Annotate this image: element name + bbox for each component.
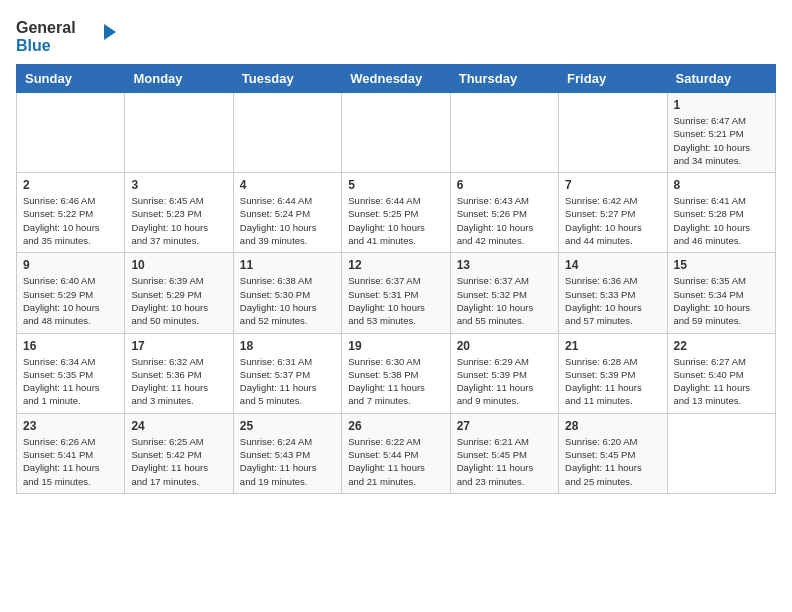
calendar-cell: 20Sunrise: 6:29 AM Sunset: 5:39 PM Dayli… [450, 333, 558, 413]
calendar-cell: 1Sunrise: 6:47 AM Sunset: 5:21 PM Daylig… [667, 93, 775, 173]
calendar-cell [17, 93, 125, 173]
day-number: 18 [240, 339, 335, 353]
day-number: 7 [565, 178, 660, 192]
day-number: 12 [348, 258, 443, 272]
day-number: 25 [240, 419, 335, 433]
day-number: 2 [23, 178, 118, 192]
calendar-cell: 7Sunrise: 6:42 AM Sunset: 5:27 PM Daylig… [559, 173, 667, 253]
day-number: 20 [457, 339, 552, 353]
logo-text: GeneralBlue [16, 16, 136, 56]
calendar-cell: 22Sunrise: 6:27 AM Sunset: 5:40 PM Dayli… [667, 333, 775, 413]
day-number: 8 [674, 178, 769, 192]
week-row-4: 16Sunrise: 6:34 AM Sunset: 5:35 PM Dayli… [17, 333, 776, 413]
day-number: 17 [131, 339, 226, 353]
calendar-cell [667, 413, 775, 493]
day-number: 24 [131, 419, 226, 433]
day-number: 28 [565, 419, 660, 433]
day-info: Sunrise: 6:36 AM Sunset: 5:33 PM Dayligh… [565, 274, 660, 327]
column-header-thursday: Thursday [450, 65, 558, 93]
calendar-cell [450, 93, 558, 173]
week-row-3: 9Sunrise: 6:40 AM Sunset: 5:29 PM Daylig… [17, 253, 776, 333]
column-header-tuesday: Tuesday [233, 65, 341, 93]
day-info: Sunrise: 6:40 AM Sunset: 5:29 PM Dayligh… [23, 274, 118, 327]
calendar-cell: 4Sunrise: 6:44 AM Sunset: 5:24 PM Daylig… [233, 173, 341, 253]
column-header-saturday: Saturday [667, 65, 775, 93]
day-number: 6 [457, 178, 552, 192]
week-row-1: 1Sunrise: 6:47 AM Sunset: 5:21 PM Daylig… [17, 93, 776, 173]
day-number: 1 [674, 98, 769, 112]
calendar-cell: 14Sunrise: 6:36 AM Sunset: 5:33 PM Dayli… [559, 253, 667, 333]
calendar-cell: 26Sunrise: 6:22 AM Sunset: 5:44 PM Dayli… [342, 413, 450, 493]
day-info: Sunrise: 6:32 AM Sunset: 5:36 PM Dayligh… [131, 355, 226, 408]
calendar-cell: 27Sunrise: 6:21 AM Sunset: 5:45 PM Dayli… [450, 413, 558, 493]
day-number: 19 [348, 339, 443, 353]
day-info: Sunrise: 6:38 AM Sunset: 5:30 PM Dayligh… [240, 274, 335, 327]
day-info: Sunrise: 6:44 AM Sunset: 5:25 PM Dayligh… [348, 194, 443, 247]
calendar-cell: 25Sunrise: 6:24 AM Sunset: 5:43 PM Dayli… [233, 413, 341, 493]
day-number: 14 [565, 258, 660, 272]
day-number: 10 [131, 258, 226, 272]
day-info: Sunrise: 6:43 AM Sunset: 5:26 PM Dayligh… [457, 194, 552, 247]
column-header-monday: Monday [125, 65, 233, 93]
day-info: Sunrise: 6:47 AM Sunset: 5:21 PM Dayligh… [674, 114, 769, 167]
day-info: Sunrise: 6:31 AM Sunset: 5:37 PM Dayligh… [240, 355, 335, 408]
calendar-cell: 11Sunrise: 6:38 AM Sunset: 5:30 PM Dayli… [233, 253, 341, 333]
day-number: 16 [23, 339, 118, 353]
calendar-cell: 19Sunrise: 6:30 AM Sunset: 5:38 PM Dayli… [342, 333, 450, 413]
day-info: Sunrise: 6:42 AM Sunset: 5:27 PM Dayligh… [565, 194, 660, 247]
day-info: Sunrise: 6:25 AM Sunset: 5:42 PM Dayligh… [131, 435, 226, 488]
day-number: 23 [23, 419, 118, 433]
day-info: Sunrise: 6:37 AM Sunset: 5:32 PM Dayligh… [457, 274, 552, 327]
calendar-cell: 28Sunrise: 6:20 AM Sunset: 5:45 PM Dayli… [559, 413, 667, 493]
day-number: 22 [674, 339, 769, 353]
calendar-cell: 24Sunrise: 6:25 AM Sunset: 5:42 PM Dayli… [125, 413, 233, 493]
day-info: Sunrise: 6:22 AM Sunset: 5:44 PM Dayligh… [348, 435, 443, 488]
calendar-cell: 2Sunrise: 6:46 AM Sunset: 5:22 PM Daylig… [17, 173, 125, 253]
day-info: Sunrise: 6:37 AM Sunset: 5:31 PM Dayligh… [348, 274, 443, 327]
logo-svg: GeneralBlue [16, 16, 136, 56]
day-info: Sunrise: 6:27 AM Sunset: 5:40 PM Dayligh… [674, 355, 769, 408]
day-number: 11 [240, 258, 335, 272]
column-header-sunday: Sunday [17, 65, 125, 93]
day-number: 13 [457, 258, 552, 272]
column-header-wednesday: Wednesday [342, 65, 450, 93]
calendar-cell [233, 93, 341, 173]
week-row-2: 2Sunrise: 6:46 AM Sunset: 5:22 PM Daylig… [17, 173, 776, 253]
day-info: Sunrise: 6:26 AM Sunset: 5:41 PM Dayligh… [23, 435, 118, 488]
calendar-cell: 8Sunrise: 6:41 AM Sunset: 5:28 PM Daylig… [667, 173, 775, 253]
day-info: Sunrise: 6:24 AM Sunset: 5:43 PM Dayligh… [240, 435, 335, 488]
calendar-cell [125, 93, 233, 173]
calendar-body: 1Sunrise: 6:47 AM Sunset: 5:21 PM Daylig… [17, 93, 776, 494]
calendar-cell: 16Sunrise: 6:34 AM Sunset: 5:35 PM Dayli… [17, 333, 125, 413]
day-number: 5 [348, 178, 443, 192]
calendar-cell: 12Sunrise: 6:37 AM Sunset: 5:31 PM Dayli… [342, 253, 450, 333]
calendar-cell: 15Sunrise: 6:35 AM Sunset: 5:34 PM Dayli… [667, 253, 775, 333]
svg-text:Blue: Blue [16, 37, 51, 54]
calendar-cell: 23Sunrise: 6:26 AM Sunset: 5:41 PM Dayli… [17, 413, 125, 493]
day-info: Sunrise: 6:28 AM Sunset: 5:39 PM Dayligh… [565, 355, 660, 408]
calendar-cell: 13Sunrise: 6:37 AM Sunset: 5:32 PM Dayli… [450, 253, 558, 333]
day-info: Sunrise: 6:44 AM Sunset: 5:24 PM Dayligh… [240, 194, 335, 247]
svg-text:General: General [16, 19, 76, 36]
day-number: 4 [240, 178, 335, 192]
day-info: Sunrise: 6:34 AM Sunset: 5:35 PM Dayligh… [23, 355, 118, 408]
calendar-header: SundayMondayTuesdayWednesdayThursdayFrid… [17, 65, 776, 93]
calendar-cell [342, 93, 450, 173]
page-header: GeneralBlue [16, 16, 776, 56]
day-number: 21 [565, 339, 660, 353]
calendar-cell: 17Sunrise: 6:32 AM Sunset: 5:36 PM Dayli… [125, 333, 233, 413]
calendar-cell: 3Sunrise: 6:45 AM Sunset: 5:23 PM Daylig… [125, 173, 233, 253]
calendar-cell: 10Sunrise: 6:39 AM Sunset: 5:29 PM Dayli… [125, 253, 233, 333]
week-row-5: 23Sunrise: 6:26 AM Sunset: 5:41 PM Dayli… [17, 413, 776, 493]
calendar-cell: 21Sunrise: 6:28 AM Sunset: 5:39 PM Dayli… [559, 333, 667, 413]
day-number: 15 [674, 258, 769, 272]
day-info: Sunrise: 6:41 AM Sunset: 5:28 PM Dayligh… [674, 194, 769, 247]
day-info: Sunrise: 6:30 AM Sunset: 5:38 PM Dayligh… [348, 355, 443, 408]
calendar-cell: 5Sunrise: 6:44 AM Sunset: 5:25 PM Daylig… [342, 173, 450, 253]
day-number: 27 [457, 419, 552, 433]
calendar-table: SundayMondayTuesdayWednesdayThursdayFrid… [16, 64, 776, 494]
logo: GeneralBlue [16, 16, 136, 56]
day-info: Sunrise: 6:21 AM Sunset: 5:45 PM Dayligh… [457, 435, 552, 488]
svg-marker-2 [104, 24, 116, 40]
calendar-cell: 6Sunrise: 6:43 AM Sunset: 5:26 PM Daylig… [450, 173, 558, 253]
